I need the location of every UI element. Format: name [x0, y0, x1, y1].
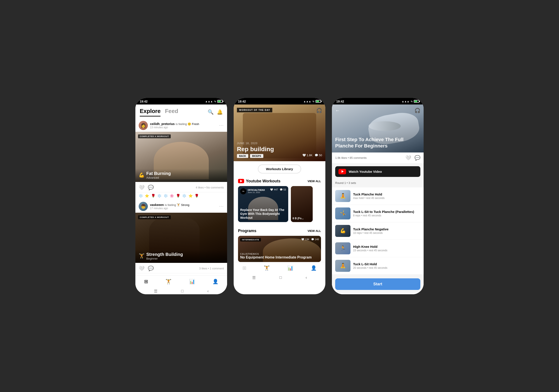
battery-icon-2: [316, 100, 321, 103]
wifi-icon: ∿: [214, 100, 216, 103]
time-3: 19:42: [336, 100, 344, 103]
comment-icon-detail[interactable]: 💬: [414, 155, 420, 161]
interaction-count-1: 4 likes • No comments: [196, 186, 224, 189]
detail-hero: ← 🎧 First Step To Achieve The Full Planc…: [332, 105, 424, 152]
feed-content[interactable]: 👩 ceilidh_pretorius is feeling 🙂 Fresh 1…: [135, 116, 227, 276]
program-title-1: No Equipment Home Intermediate Program: [240, 255, 312, 260]
exercise-name-3: Tuck Planche Negative: [353, 227, 420, 231]
exercise-detail-1: max hold • rest 45 seconds: [353, 196, 420, 200]
status-icons-1: ▲▲▲ ∿: [205, 100, 223, 103]
exercise-thumb-1: 🧘: [335, 190, 350, 202]
workout-bg-female: COMPLETED A WORKOUT 💪 Fat Burning Advanc…: [135, 132, 227, 182]
menu-icon-1[interactable]: ☰: [154, 289, 158, 294]
program-type-1: CALISTHENICS: [240, 253, 312, 255]
start-btn-container: Start: [332, 276, 424, 293]
tab-feed[interactable]: Feed: [165, 108, 178, 116]
watch-youtube-button[interactable]: Watch Youtube Video: [335, 166, 420, 177]
channel-logo-1: ✕N: [240, 188, 246, 194]
exercise-detail-2: 8 reps • rest 45 seconds: [353, 214, 420, 217]
detail-likes-row: 1.9k likes • 85 comments 🤍 💬: [332, 152, 424, 164]
headphone-icon-3[interactable]: 🎧: [414, 108, 420, 113]
phone-3: 19:42 ▲▲▲ ∿ ← 🎧 First Ste: [332, 98, 424, 294]
avatar-male-img: 👦: [139, 202, 148, 211]
programs-section: Programs VIEW ALL INTERMEDIATE 🤍 13K 💬 1…: [234, 225, 325, 262]
exercise-item-4[interactable]: 🏃 High Knee Hold 15 seconds • rest 45 se…: [332, 240, 424, 257]
exercise-item-1[interactable]: 🧘 Tuck Planche Hold max hold • rest 45 s…: [332, 187, 424, 205]
back-icon-2[interactable]: ‹: [306, 275, 307, 280]
yt-card-1[interactable]: ✕N OFFICIALTHENX June 14, 2020 🤍 447 💬 5…: [238, 186, 288, 222]
nav-person[interactable]: 👤: [210, 278, 221, 285]
signal-icon: ▲▲▲: [205, 100, 213, 103]
user-time-2: 17 minutes ago: [150, 207, 217, 210]
home-icon-1[interactable]: □: [181, 289, 184, 294]
status-bar-3: 19:42 ▲▲▲ ∿: [332, 98, 424, 105]
exercise-name-1: Tuck Planche Hold: [353, 192, 420, 196]
exercise-item-3[interactable]: 💪 Tuck Planche Negative 10 reps • rest 4…: [332, 222, 424, 240]
exercise-figure-4: 🏃: [335, 242, 350, 254]
heart-icon-detail[interactable]: 🤍: [405, 155, 411, 161]
phone2-content: WORKOUT OF THE DAY 🎧 JUNE 18, 2020 Rep b…: [234, 105, 325, 283]
battery-fill-1: [218, 101, 221, 102]
interaction-left-2: 🤍 💬: [139, 266, 154, 271]
back-button[interactable]: ←: [335, 108, 340, 113]
signal-icon-2: ▲▲▲: [303, 100, 311, 103]
watch-yt-triangle: [342, 170, 344, 173]
tab-explore[interactable]: Explore: [140, 108, 160, 116]
yt-card-2[interactable]: 6 B (Fo...: [291, 186, 313, 222]
program-card-1[interactable]: INTERMEDIATE 🤍 13K 💬 148 CALISTHENICS No…: [238, 236, 321, 262]
interaction-row-1: 🤍 💬 4 likes • No comments: [135, 183, 227, 192]
headphone-icon-2[interactable]: 🎧: [316, 108, 322, 113]
more-dots-2[interactable]: ···: [219, 204, 224, 209]
hero-likes: 🤍 1.8K 💬 50: [302, 154, 322, 157]
person-icon: 👤: [213, 279, 218, 285]
bell-icon[interactable]: 🔔: [217, 109, 223, 115]
heart-icon-1[interactable]: 🤍: [139, 185, 145, 190]
workout-overlay-2: 🏋️ Strength Building Beginner: [135, 250, 227, 263]
exercise-item-2[interactable]: 🤸 Tuck L-Sit to Tuck Planche (Parallette…: [332, 205, 424, 222]
nav-dumbbell[interactable]: 🏋: [163, 278, 174, 285]
programs-view-all[interactable]: VIEW ALL: [307, 229, 321, 232]
youtube-view-all[interactable]: VIEW ALL: [307, 179, 321, 183]
nav-dumbbell-2[interactable]: 🏋: [261, 264, 272, 272]
search-icon[interactable]: 🔍: [208, 109, 214, 115]
exercise-item-5[interactable]: 🧘 Tuck L-Sit Hold 20 seconds • rest 45 s…: [332, 257, 424, 275]
exercise-figure-1: 🧘: [335, 190, 350, 202]
back-icon-1[interactable]: ‹: [207, 289, 209, 294]
scrollable-content-2[interactable]: Workouts Library Youtube Workouts VIEW A…: [234, 161, 325, 262]
phone1-content: Explore Feed 🔍 🔔 👩: [135, 105, 227, 294]
explore-actions: 🔍 🔔: [208, 109, 223, 115]
phones-container: 19:42 ▲▲▲ ∿ Explore Feed 🔍 🔔: [0, 0, 559, 392]
bottom-nav-1: ⊞ 🏋 📊 👤: [135, 276, 227, 287]
nav-chart[interactable]: 📊: [187, 278, 197, 285]
explore-header: Explore Feed 🔍 🔔: [135, 105, 227, 116]
nav-grid-2[interactable]: ⊞: [240, 264, 249, 272]
hero-section: WORKOUT OF THE DAY 🎧 JUNE 18, 2020 Rep b…: [234, 105, 325, 161]
workout-level-1: Advanced: [146, 176, 171, 179]
battery-icon-1: [217, 100, 223, 103]
chart-icon-2: 📊: [287, 265, 293, 271]
avatar-female-img: 👩: [139, 121, 148, 130]
phone3-content: ← 🎧 First Step To Achieve The Full Planc…: [332, 105, 424, 294]
watch-label: Watch Youtube Video: [349, 170, 382, 173]
nav-grid[interactable]: ⊞: [142, 278, 150, 285]
comment-icon-2[interactable]: 💬: [148, 266, 154, 271]
yt-likes-1: 🤍 447: [270, 188, 278, 191]
detail-scrollable[interactable]: Watch Youtube Video Round 1 • 3 sets 🧘 T…: [332, 164, 424, 293]
exercise-detail-3: 10 reps • rest 45 seconds: [353, 232, 420, 234]
home-icon-2[interactable]: □: [280, 275, 282, 280]
rounds-info: Round 1 • 3 sets: [332, 179, 424, 186]
start-button[interactable]: Start: [335, 278, 420, 290]
heart-icon-2[interactable]: 🤍: [139, 266, 145, 271]
chart-icon: 📊: [189, 279, 195, 285]
workouts-library-button[interactable]: Workouts Library: [258, 164, 301, 173]
comment-icon-1[interactable]: 💬: [148, 185, 154, 190]
workout-overlay-1: 💪 Fat Burning Advanced: [135, 169, 227, 182]
status-icons-3: ▲▲▲ ∿: [401, 100, 419, 103]
battery-icon-3: [414, 100, 419, 103]
menu-icon-2[interactable]: ☰: [252, 275, 256, 280]
nav-chart-2[interactable]: 📊: [285, 264, 295, 272]
yt-stats-1: 🤍 447 💬 53: [270, 188, 286, 191]
nav-person-2[interactable]: 👤: [308, 264, 319, 272]
more-dots-1[interactable]: ···: [219, 123, 224, 128]
emoji-row-1: ❄️ ⭐ 🌹 ❄️ ❄️ 🌸 🌹 ❄️ ⭐ 🌹: [135, 192, 227, 200]
